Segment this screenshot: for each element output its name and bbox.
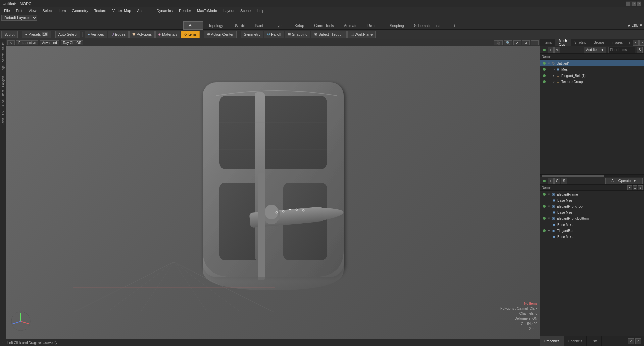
- op-S-icon[interactable]: S: [561, 178, 567, 184]
- tab-schematic[interactable]: Schematic Fusion: [409, 21, 448, 30]
- tab-channels[interactable]: Channels: [564, 336, 587, 346]
- op-tree-basemesh-3[interactable]: ▣ Base Mesh: [540, 221, 644, 228]
- snapping-button[interactable]: ⊞ Snapping: [285, 31, 311, 38]
- left-tab-sculpt[interactable]: Sculpt: [1, 40, 5, 51]
- op-header-plus[interactable]: +: [627, 185, 632, 190]
- tab-render[interactable]: Render: [362, 21, 385, 30]
- tree-eye-mesh[interactable]: [543, 68, 546, 71]
- vertices-button[interactable]: ● Vertices: [85, 31, 107, 38]
- right-tab-meshops[interactable]: Mesh Ops: [555, 39, 571, 46]
- tree-eye-untitled[interactable]: [543, 62, 546, 65]
- op-G-icon[interactable]: G: [554, 178, 560, 184]
- menu-maxtomode[interactable]: MaxToModo: [194, 8, 220, 13]
- menu-vertexmap[interactable]: Vertex Map: [110, 8, 134, 13]
- menu-help[interactable]: Help: [254, 8, 267, 13]
- menu-animate[interactable]: Animate: [134, 8, 153, 13]
- minimize-button[interactable]: _: [626, 1, 631, 6]
- viewport-canvas[interactable]: No Items Polygons : Catmull-Clark Channe…: [6, 46, 540, 339]
- left-tab-curve[interactable]: Curve: [1, 98, 5, 109]
- falloff-button[interactable]: ⊙ Falloff: [264, 31, 284, 38]
- op-header-G[interactable]: G: [633, 185, 637, 190]
- expand-texturegroup[interactable]: ▷: [552, 80, 556, 84]
- tab-layout[interactable]: Layout: [268, 21, 289, 30]
- menu-render[interactable]: Render: [176, 8, 194, 13]
- left-tab-fusion[interactable]: Fusion: [1, 117, 5, 129]
- left-tab-vertex[interactable]: Vertex: [1, 52, 5, 63]
- add-item-button[interactable]: Add Item ▼: [584, 47, 607, 53]
- tab-gametools[interactable]: Game Tools: [309, 21, 339, 30]
- op-tree-elegantframe[interactable]: ▼ ▣ ElegantFrame: [540, 191, 644, 197]
- items-tree[interactable]: ▼ ⬡ Untitled* ▷ ▣ Mesh ▼ ⬡: [540, 60, 644, 174]
- left-tab-bottom[interactable]: •: [1, 341, 5, 345]
- sculpt-button[interactable]: Sculpt: [1, 31, 18, 38]
- op-tree-elegantprongtop[interactable]: ▼ ▣ ElegantProngTop: [540, 203, 644, 209]
- tab-bottom-plus[interactable]: +: [602, 336, 612, 346]
- materials-button[interactable]: ◈ Materials: [155, 31, 180, 38]
- op-tree-basemesh-2[interactable]: ▣ Base Mesh: [540, 209, 644, 215]
- edges-button[interactable]: ⬡ Edges: [108, 31, 129, 38]
- auto-select-button[interactable]: Auto Select: [55, 31, 80, 38]
- op-add-icon[interactable]: +: [548, 178, 554, 184]
- op-header-S[interactable]: S: [638, 185, 643, 190]
- menu-layout[interactable]: Layout: [220, 8, 237, 13]
- items-search-icon[interactable]: S: [637, 47, 643, 53]
- workplane-button[interactable]: ⬚ WorkPlane: [347, 31, 376, 38]
- vp-camera-icon[interactable]: 🎥: [494, 40, 503, 45]
- bottom-settings-icon[interactable]: S: [635, 338, 641, 344]
- right-panel-settings-icon[interactable]: S: [639, 40, 644, 46]
- operator-tree[interactable]: ▼ ▣ ElegantFrame ▣ Base Mesh ▼ ▣ Elegant…: [540, 191, 644, 336]
- right-tab-shading[interactable]: Shading: [571, 39, 590, 46]
- layout-select[interactable]: Default Layouts: [1, 15, 37, 21]
- op-tree-basemesh-4[interactable]: ▣ Base Mesh: [540, 234, 644, 240]
- filter-items-input[interactable]: [608, 47, 635, 53]
- expand-elegantprongbottom[interactable]: ▼: [547, 216, 551, 220]
- polygons-button[interactable]: ⬟ Polygons: [129, 31, 155, 38]
- expand-elegantbar[interactable]: ▼: [547, 229, 551, 233]
- op-eye-elegantprongbottom[interactable]: [543, 217, 546, 220]
- left-tab-item[interactable]: Item: [1, 89, 5, 97]
- tab-setup[interactable]: Setup: [290, 21, 309, 30]
- tab-model[interactable]: Model: [183, 21, 203, 30]
- menu-edit[interactable]: Edit: [13, 8, 25, 13]
- op-eye-toggle[interactable]: [543, 180, 546, 182]
- items-edit-icon[interactable]: ✎: [554, 47, 560, 53]
- close-button[interactable]: ✕: [637, 1, 641, 6]
- only-toggle[interactable]: ★ Only ▼: [628, 23, 643, 27]
- tab-topology[interactable]: Topology: [203, 21, 228, 30]
- select-through-button[interactable]: ◉ Select Through: [311, 31, 346, 38]
- expand-untitled[interactable]: ▼: [547, 61, 551, 65]
- menu-file[interactable]: File: [1, 8, 13, 13]
- menu-select[interactable]: Select: [40, 8, 55, 13]
- items-button[interactable]: ◇ Items: [181, 31, 200, 38]
- vp-more-icon[interactable]: ⋯: [531, 40, 539, 45]
- vp-maximize-icon[interactable]: ⤢: [513, 40, 521, 45]
- presets-button[interactable]: ● Presets 16: [22, 31, 51, 38]
- right-panel-expand-icon[interactable]: ⤢: [633, 40, 639, 46]
- items-scrollbar-thumb[interactable]: [542, 175, 604, 177]
- items-scrollbar[interactable]: [540, 174, 644, 177]
- action-center-button[interactable]: ⊕ Action Center: [204, 31, 237, 38]
- op-eye-elegantbar[interactable]: [543, 229, 546, 232]
- tree-item-untitled[interactable]: ▼ ⬡ Untitled*: [540, 60, 644, 66]
- symmetry-button[interactable]: Symmetry: [241, 31, 264, 38]
- tab-plus[interactable]: +: [448, 21, 460, 30]
- viewport-mode-btn[interactable]: Perspective: [16, 40, 38, 45]
- menu-dynamics[interactable]: Dynamics: [154, 8, 176, 13]
- tab-paint[interactable]: Paint: [250, 21, 268, 30]
- viewport-raygl-btn[interactable]: Ray GL: Off: [61, 40, 83, 45]
- op-tree-elegantprongbottom[interactable]: ▼ ▣ ElegantProngBotttom: [540, 215, 644, 221]
- tree-item-mesh[interactable]: ▷ ▣ Mesh: [540, 66, 644, 72]
- tree-eye-texturegroup[interactable]: [543, 80, 546, 83]
- menu-geometry[interactable]: Geometry: [69, 8, 91, 13]
- tab-uvedit[interactable]: UVEdit: [228, 21, 250, 30]
- bottom-expand-icon[interactable]: ⤢: [628, 338, 634, 344]
- items-eye-toggle[interactable]: [543, 49, 546, 51]
- tree-eye-elegantbelt[interactable]: [543, 74, 546, 77]
- right-tab-plus[interactable]: +: [626, 40, 632, 45]
- right-tab-items[interactable]: Items: [540, 39, 555, 46]
- expand-elegantprongtop[interactable]: ▼: [547, 204, 551, 208]
- menu-view[interactable]: View: [26, 8, 39, 13]
- tab-scripting[interactable]: Scripting: [385, 21, 409, 30]
- left-tab-edge[interactable]: Edge: [1, 64, 5, 74]
- items-add-icon[interactable]: +: [548, 47, 554, 53]
